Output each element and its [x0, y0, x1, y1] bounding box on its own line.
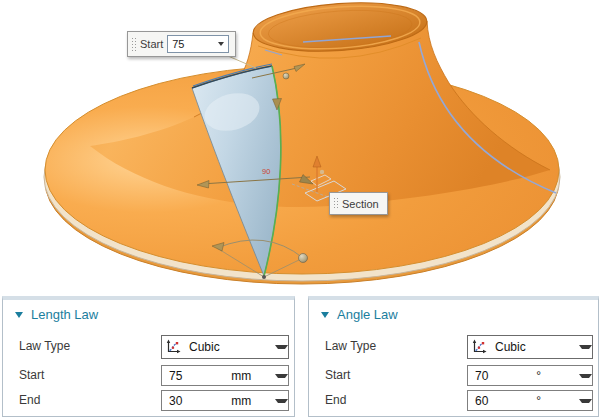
start-handle-toolbar[interactable]: Start 75 — [127, 31, 236, 57]
start-unit[interactable]: ° — [536, 369, 541, 383]
end-label: End — [325, 393, 346, 407]
dropdown-arrow-icon — [218, 42, 224, 46]
length-start-field[interactable]: 75 mm — [161, 365, 289, 386]
dropdown-arrow-icon — [275, 399, 288, 403]
dropdown-arrow-icon — [275, 374, 288, 378]
length-end-field[interactable]: 30 mm — [161, 390, 289, 411]
law-type-label: Law Type — [19, 339, 70, 353]
3d-viewport[interactable]: 90 — [0, 0, 608, 292]
start-handle-dropdown[interactable]: 75 — [167, 35, 229, 53]
end-unit[interactable]: ° — [536, 394, 541, 408]
length-law-header[interactable]: Length Law — [15, 307, 98, 322]
law-curve-icon — [471, 339, 487, 355]
start-handle-label: Start — [140, 38, 163, 50]
tip-point — [262, 275, 266, 279]
law-type-value: Cubic — [185, 340, 220, 354]
law-type-label: Law Type — [325, 339, 376, 353]
end-value: 60 — [468, 394, 488, 408]
law-curve-icon — [165, 339, 181, 355]
panel-title: Length Law — [31, 307, 98, 322]
angle-readout: 90 — [262, 167, 270, 176]
dropdown-arrow-icon — [579, 345, 592, 349]
dropdown-arrow-icon — [579, 399, 592, 403]
law-type-value: Cubic — [491, 340, 526, 354]
end-value: 30 — [162, 394, 182, 408]
drag-ball-icon — [283, 73, 289, 79]
start-label: Start — [325, 368, 350, 382]
angle-law-panel: Angle Law Law Type Cubic Start 70 ° — [308, 296, 599, 417]
length-law-type-dropdown[interactable]: Cubic — [161, 335, 289, 359]
length-law-panel: Length Law Law Type Cubic Start 75 mm — [2, 296, 295, 417]
start-value: 75 — [162, 369, 182, 383]
start-unit[interactable]: mm — [231, 369, 251, 383]
angle-end-field[interactable]: 60 ° — [467, 390, 593, 411]
collapse-triangle-icon[interactable] — [15, 312, 23, 318]
arc-ball-handle-icon — [299, 254, 308, 263]
start-value: 70 — [468, 369, 488, 383]
section-tag[interactable]: Section — [329, 192, 388, 215]
start-handle-value: 75 — [172, 38, 184, 50]
triad-ball-icon — [320, 170, 324, 174]
start-label: Start — [19, 368, 44, 382]
end-unit[interactable]: mm — [231, 394, 251, 408]
panel-title: Angle Law — [337, 307, 398, 322]
drag-grip-icon[interactable] — [333, 197, 338, 210]
end-label: End — [19, 393, 40, 407]
angle-law-type-dropdown[interactable]: Cubic — [467, 335, 593, 359]
collapse-triangle-icon[interactable] — [321, 312, 329, 318]
section-tag-label: Section — [342, 198, 379, 210]
dropdown-arrow-icon — [579, 374, 592, 378]
drag-grip-icon[interactable] — [131, 37, 136, 52]
angle-law-header[interactable]: Angle Law — [321, 307, 398, 322]
3d-scene-canvas[interactable]: 90 — [0, 0, 608, 292]
angle-start-field[interactable]: 70 ° — [467, 365, 593, 386]
application-window: 90 — [0, 0, 608, 419]
dropdown-arrow-icon — [275, 345, 288, 349]
